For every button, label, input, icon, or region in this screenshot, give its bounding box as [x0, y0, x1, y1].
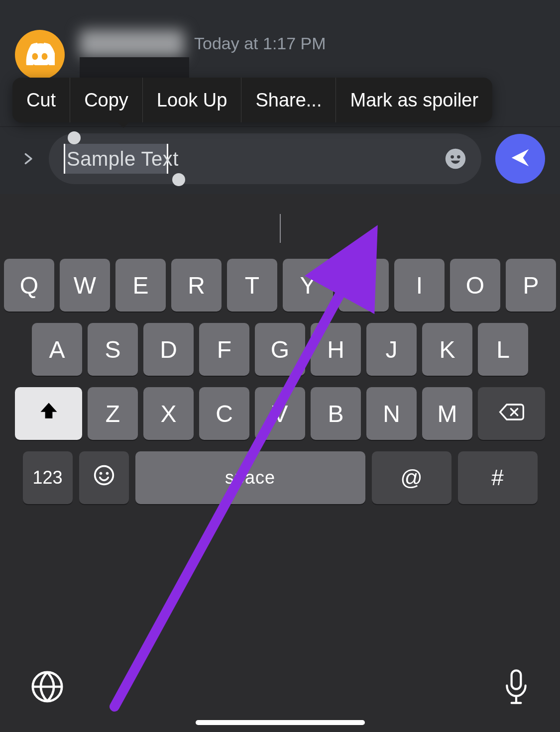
key-k[interactable]: K: [422, 323, 472, 376]
key-s[interactable]: S: [88, 323, 138, 376]
message-timestamp: Today at 1:17 PM: [194, 34, 326, 53]
selection-handle-end[interactable]: [172, 173, 185, 186]
key-a[interactable]: A: [32, 323, 82, 376]
home-indicator[interactable]: [196, 720, 365, 725]
key-f[interactable]: F: [199, 323, 249, 376]
key-shift[interactable]: [15, 387, 82, 440]
key-t[interactable]: T: [227, 259, 277, 312]
message-input[interactable]: Sample Text: [49, 133, 481, 184]
key-o[interactable]: O: [450, 259, 500, 312]
context-menu-mark-spoiler[interactable]: Mark as spoiler: [336, 78, 492, 122]
key-space[interactable]: space: [135, 451, 365, 504]
globe-icon[interactable]: [30, 669, 65, 706]
key-z[interactable]: Z: [88, 387, 138, 440]
keyboard-caret-indicator: [280, 214, 281, 243]
key-at[interactable]: @: [372, 451, 451, 504]
key-b[interactable]: B: [311, 387, 361, 440]
key-v[interactable]: V: [255, 387, 305, 440]
username-blurred: [80, 30, 184, 57]
popover-arrow-icon: [116, 121, 130, 128]
context-menu-lookup[interactable]: Look Up: [143, 78, 241, 122]
emoji-picker-icon[interactable]: [445, 148, 466, 170]
key-r[interactable]: R: [171, 259, 222, 312]
key-x[interactable]: X: [143, 387, 194, 440]
message-input-text[interactable]: Sample Text: [64, 148, 179, 170]
send-icon: [509, 146, 532, 171]
key-i[interactable]: I: [394, 259, 445, 312]
key-m[interactable]: M: [422, 387, 472, 440]
svg-point-2: [457, 155, 460, 159]
shift-icon: [38, 400, 60, 427]
backspace-icon: [498, 400, 526, 427]
chevron-right-icon[interactable]: [21, 148, 35, 170]
key-p[interactable]: P: [506, 259, 556, 312]
context-menu-copy[interactable]: Copy: [70, 78, 142, 122]
svg-rect-7: [512, 670, 521, 689]
keyboard-row-3: Z X C V B N M: [0, 387, 560, 440]
keyboard-row-2: A S D F G H J K L: [0, 323, 560, 376]
key-q[interactable]: Q: [4, 259, 54, 312]
key-c[interactable]: C: [199, 387, 249, 440]
keyboard-row-4: 123 space @ #: [0, 451, 560, 504]
key-hash[interactable]: #: [458, 451, 538, 504]
key-backspace[interactable]: [478, 387, 545, 440]
key-u[interactable]: U: [338, 259, 389, 312]
key-g[interactable]: G: [255, 323, 305, 376]
selection-handle-start[interactable]: [68, 131, 81, 144]
message-input-bar: Sample Text: [0, 133, 560, 184]
key-l[interactable]: L: [478, 323, 528, 376]
keyboard-row-1: Q W E R T Y U I O P: [0, 259, 560, 312]
key-numbers[interactable]: 123: [23, 451, 73, 504]
context-menu-cut[interactable]: Cut: [12, 78, 70, 122]
send-button[interactable]: [495, 134, 545, 184]
text-selection-context-menu: Cut Copy Look Up Share... Mark as spoile…: [12, 78, 492, 122]
svg-point-1: [450, 155, 454, 159]
key-d[interactable]: D: [143, 323, 194, 376]
emoji-icon: [93, 464, 115, 491]
onscreen-keyboard: Q W E R T Y U I O P A S D F G H J K L Z …: [0, 194, 560, 732]
context-menu-share[interactable]: Share...: [241, 78, 336, 122]
key-h[interactable]: H: [311, 323, 361, 376]
svg-point-4: [99, 472, 102, 475]
key-y[interactable]: Y: [283, 259, 333, 312]
keyboard-bottom-row: [0, 655, 560, 720]
key-e[interactable]: E: [115, 259, 166, 312]
key-w[interactable]: W: [60, 259, 110, 312]
svg-point-5: [106, 472, 109, 475]
key-emoji[interactable]: [79, 451, 129, 504]
discord-logo-icon: [25, 42, 55, 67]
avatar[interactable]: [15, 30, 65, 80]
key-j[interactable]: J: [366, 323, 417, 376]
message-header: Today at 1:17 PM: [80, 30, 326, 57]
svg-point-3: [95, 466, 113, 485]
key-n[interactable]: N: [366, 387, 417, 440]
microphone-icon[interactable]: [502, 667, 530, 708]
svg-point-0: [446, 149, 465, 169]
